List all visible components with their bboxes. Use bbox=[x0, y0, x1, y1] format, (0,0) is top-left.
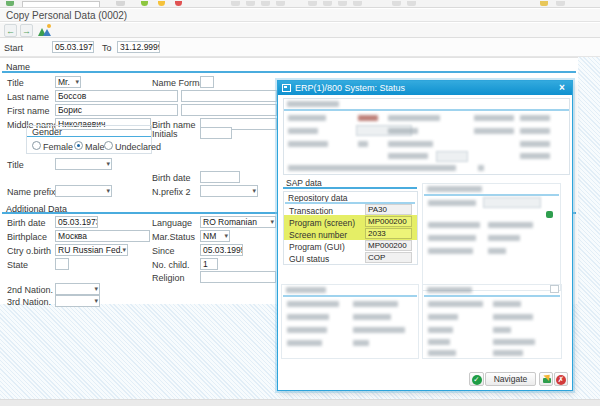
name-prefix-dropdown[interactable]: ▾ bbox=[55, 185, 112, 197]
red-cross-icon: ✗ bbox=[556, 375, 566, 385]
religion-field[interactable] bbox=[200, 271, 276, 283]
customize-icon bbox=[556, 1, 565, 6]
transaction-field[interactable]: PA30 bbox=[365, 204, 412, 215]
redacted-field[interactable] bbox=[483, 197, 541, 208]
chevron-down-icon: ▾ bbox=[252, 186, 256, 196]
info-green-icon[interactable] bbox=[546, 211, 553, 218]
radio-female[interactable] bbox=[32, 141, 41, 150]
birth-date-empty-field[interactable] bbox=[200, 171, 240, 183]
chevron-down-icon: ▾ bbox=[122, 245, 126, 255]
gui-status-label: GUI status bbox=[289, 254, 329, 264]
to-label: To bbox=[102, 43, 112, 53]
find-next-icon bbox=[261, 1, 270, 6]
chevron-down-icon: ▾ bbox=[106, 159, 110, 169]
group-underline bbox=[284, 109, 569, 111]
redacted-label bbox=[388, 141, 433, 147]
initials-field[interactable] bbox=[200, 127, 232, 139]
title-dropdown[interactable]: Mr.▾ bbox=[55, 76, 81, 88]
state-field[interactable] bbox=[55, 258, 69, 270]
redacted-label bbox=[428, 301, 483, 307]
redacted-value bbox=[520, 128, 550, 134]
last-name-field[interactable]: Боссов bbox=[55, 90, 178, 102]
nation3-dropdown[interactable]: ▾ bbox=[55, 295, 100, 307]
to-date-field[interactable]: 31.12.9999 bbox=[117, 41, 160, 53]
new-session-icon bbox=[392, 1, 401, 6]
screen-number-field[interactable]: 2033 bbox=[365, 228, 412, 239]
redacted-header bbox=[287, 101, 339, 107]
arrow-right-icon: → bbox=[22, 26, 31, 36]
chevron-down-icon: ▾ bbox=[106, 186, 110, 196]
initials-label: Initials bbox=[152, 129, 178, 139]
redacted-label bbox=[388, 128, 418, 134]
redacted-field[interactable] bbox=[436, 151, 468, 162]
nation2-dropdown[interactable]: ▾ bbox=[55, 283, 100, 295]
group-underline bbox=[283, 295, 417, 297]
mar-status-dropdown[interactable]: NM▾ bbox=[200, 230, 230, 242]
program-screen-field[interactable]: MP000200 bbox=[365, 216, 412, 227]
mountain-icon bbox=[43, 29, 51, 36]
dialog-title-bar[interactable]: ERP(1)/800 System: Status × bbox=[278, 81, 572, 95]
language-dropdown[interactable]: RO Romanian▾ bbox=[200, 216, 276, 228]
name-format-field[interactable] bbox=[200, 76, 214, 88]
status-yellow-icon bbox=[158, 1, 165, 6]
navigate-button[interactable]: Navigate bbox=[485, 372, 536, 386]
since-field[interactable]: 05.03.1995 bbox=[200, 244, 243, 256]
redacted-value bbox=[353, 340, 369, 346]
redacted-label bbox=[287, 340, 322, 346]
n-prefix2-dropdown[interactable]: ▾ bbox=[200, 185, 258, 197]
shortcut-icon bbox=[407, 1, 416, 6]
redacted-header bbox=[427, 287, 472, 293]
next-record-button[interactable]: → bbox=[20, 24, 33, 37]
name-format-label: Name Format bbox=[152, 78, 207, 88]
redacted-label bbox=[288, 115, 326, 121]
title2-dropdown[interactable]: ▾ bbox=[55, 158, 112, 170]
dialog-window-icon bbox=[282, 84, 291, 92]
mar-status-label: Mar.Status bbox=[152, 232, 195, 242]
redacted-header bbox=[286, 287, 326, 293]
continue-button[interactable]: ✓ bbox=[469, 372, 484, 386]
status-green-icon bbox=[141, 1, 148, 6]
title2-label: Title bbox=[7, 160, 24, 170]
page-first-icon bbox=[308, 1, 317, 6]
nation2-label: 2nd Nation. bbox=[7, 285, 53, 295]
radio-undeclared[interactable] bbox=[104, 141, 113, 150]
redacted-label bbox=[428, 200, 476, 206]
chevron-down-icon: ▾ bbox=[94, 296, 98, 306]
toolbar-icon bbox=[276, 1, 285, 6]
n-prefix2-label: N.prefix 2 bbox=[152, 187, 191, 197]
birthplace-field[interactable]: Москва bbox=[55, 230, 150, 242]
command-field[interactable] bbox=[22, 1, 100, 7]
program-gui-field[interactable]: MP000200 bbox=[365, 240, 412, 251]
screen-number-label: Screen number bbox=[289, 230, 347, 240]
first-name-secondary-field[interactable] bbox=[181, 104, 277, 116]
help-icon bbox=[540, 1, 548, 6]
export-icon bbox=[543, 378, 551, 383]
page-last-icon bbox=[353, 1, 362, 6]
nation3-label: 3rd Nation. bbox=[7, 297, 51, 307]
last-name-label: Last name bbox=[7, 92, 49, 102]
redacted-label bbox=[288, 165, 456, 171]
redacted-label bbox=[388, 153, 428, 159]
radio-undeclared-label: Undeclared bbox=[115, 142, 161, 152]
birth-date-field[interactable]: 05.03.1973 bbox=[55, 216, 98, 228]
export-button[interactable] bbox=[539, 372, 553, 386]
no-child-field[interactable]: 1 bbox=[200, 258, 218, 270]
previous-record-button[interactable]: ← bbox=[4, 24, 17, 37]
close-icon[interactable]: × bbox=[556, 81, 568, 95]
application-toolbar: ← → bbox=[0, 23, 600, 38]
ctry-birth-dropdown[interactable]: RU Russian Fed.▾ bbox=[55, 244, 128, 256]
arrow-left-icon: ← bbox=[6, 26, 15, 36]
redacted-label bbox=[428, 350, 456, 356]
radio-male[interactable] bbox=[74, 141, 83, 150]
screen-title-bar: Copy Personal Data (0002) bbox=[0, 9, 600, 22]
last-name-secondary-field[interactable] bbox=[181, 90, 277, 102]
redacted-checkbox[interactable] bbox=[550, 285, 559, 293]
org-structure-button[interactable] bbox=[38, 24, 52, 37]
start-date-field[interactable]: 05.03.1973 bbox=[52, 41, 94, 53]
cancel-button[interactable]: ✗ bbox=[554, 372, 568, 386]
green-check-icon: ✓ bbox=[472, 375, 482, 385]
first-name-field[interactable]: Борис bbox=[55, 104, 178, 116]
birthplace-label: Birthplace bbox=[7, 232, 47, 242]
redacted-label bbox=[428, 235, 476, 241]
gui-status-field[interactable]: COP bbox=[365, 252, 412, 263]
